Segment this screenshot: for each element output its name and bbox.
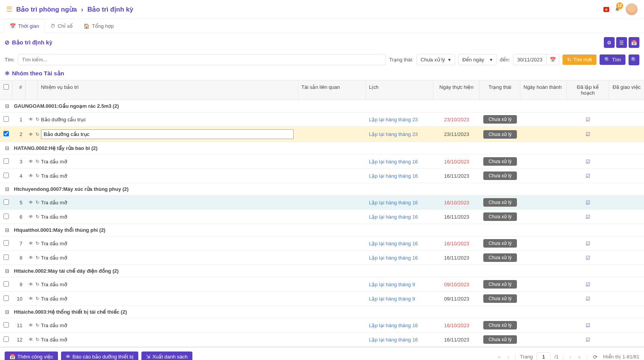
table-row[interactable]: 9👁↻Tra dầu mỡLặp lại hàng tháng 909/10/2… [0,277,644,292]
zoom-search-button[interactable]: 🔍 [629,54,639,65]
search-new-button[interactable]: ↻ Tìm mới [562,54,596,65]
row-checkbox[interactable] [3,322,9,328]
prev-page-icon[interactable]: ‹ [506,353,511,360]
table-row[interactable]: 11👁↻Tra dầu mỡLặp lại hàng tháng 1616/10… [0,318,644,333]
hamburger-icon[interactable]: ☰ [6,5,12,14]
row-checkbox[interactable] [3,116,9,122]
next-page-icon[interactable]: › [568,353,573,360]
eye-icon[interactable]: 👁 [29,214,33,219]
eye-icon[interactable]: 👁 [29,159,33,164]
group-row[interactable]: ⊟Httaiche.0002:Máy tái chế dây điện đồng… [0,265,644,277]
list-view-button[interactable]: ☰ [616,37,627,48]
status-button[interactable]: Chưa xử lý [483,280,517,289]
row-checkbox[interactable] [3,336,9,342]
table-row[interactable]: 7👁↻Tra dầu mỡLặp lại hàng tháng 1616/10/… [0,236,644,251]
table-row[interactable]: 6👁↻Tra dầu mỡLặp lại hàng tháng 1616/11/… [0,210,644,224]
schedule-link[interactable]: Lặp lại hàng tháng 16 [369,159,418,165]
collapse-icon[interactable]: ⊟ [3,186,11,192]
row-checkbox[interactable] [3,214,9,219]
table-row[interactable]: 12👁↻Tra dầu mỡLặp lại hàng tháng 1616/11… [0,333,644,347]
eye-icon[interactable]: 👁 [29,200,33,205]
search-input[interactable] [18,54,386,65]
eye-icon[interactable]: 👁 [29,132,33,137]
row-checkbox[interactable] [3,173,9,178]
status-button[interactable]: Chưa xử lý [483,172,517,180]
calendar-picker-icon[interactable]: 📅 [546,54,559,65]
status-button[interactable]: Chưa xử lý [483,294,517,303]
search-button[interactable]: 🔍 Tìm [600,54,625,65]
last-page-icon[interactable]: » [576,353,583,360]
eye-icon[interactable]: 👁 [29,173,33,178]
first-page-icon[interactable]: « [496,353,502,360]
group-row[interactable]: ⊟Htquatthoi.0001:Máy thổi thùng phi (2) [0,224,644,236]
table-row[interactable]: 1👁↻Bảo dưỡng cầu trụcLặp lại hàng tháng … [0,112,644,127]
row-checkbox[interactable] [3,131,9,136]
breadcrumb-parent[interactable]: Bảo trì phòng ngừa [16,6,77,13]
table-row[interactable]: 10👁↻Tra dầu mỡLặp lại hàng tháng 909/11/… [0,292,644,306]
to-date-input[interactable]: 30/11/2023 [513,54,547,65]
avatar[interactable] [625,3,638,15]
collapse-icon[interactable]: ⊟ [3,145,11,151]
status-button[interactable]: Chưa xử lý [483,212,517,221]
table-row[interactable]: 5👁↻Tra dầu mỡLặp lại hàng tháng 1616/10/… [0,195,644,210]
schedule-link[interactable]: Lặp lại hàng tháng 23 [369,117,418,122]
schedule-link[interactable]: Lặp lại hàng tháng 16 [369,337,418,343]
collapse-icon[interactable]: ⊟ [3,268,11,274]
group-row[interactable]: ⊟Htchuyendong.0007:Máy xúc rửa thùng phu… [0,183,644,195]
eye-icon[interactable]: 👁 [29,296,33,301]
status-button[interactable]: Chưa xử lý [483,198,517,207]
schedule-link[interactable]: Lặp lại hàng tháng 16 [369,214,418,220]
row-checkbox[interactable] [3,295,9,301]
group-row[interactable]: ⊟GAUNGOAM.0001:Gầu ngoạm rác 2.5m3 (2) [0,100,644,112]
group-view-button[interactable]: ⚙ [604,37,615,48]
export-button[interactable]: ⇲ Xuất danh sách [141,352,192,360]
row-checkbox[interactable] [3,255,9,260]
row-checkbox[interactable] [3,158,9,164]
page-input[interactable] [537,352,551,360]
status-button[interactable]: Chưa xử lý [483,157,517,166]
refresh-icon[interactable]: ⟳ [591,353,599,360]
status-button[interactable]: Chưa xử lý [483,239,517,248]
row-checkbox[interactable] [3,199,9,205]
schedule-link[interactable]: Lặp lại hàng tháng 9 [369,282,415,287]
row-checkbox[interactable] [3,281,9,287]
task-edit-input[interactable] [41,129,294,139]
select-all-checkbox[interactable] [3,84,9,90]
range-select[interactable]: Đến ngày ▾ [458,54,497,65]
schedule-link[interactable]: Lặp lại hàng tháng 23 [369,131,418,137]
schedule-link[interactable]: Lặp lại hàng tháng 16 [369,173,418,179]
add-job-button[interactable]: 📅 Thêm công việc [5,352,58,360]
flag-icon[interactable]: ★ [603,7,609,12]
status-select[interactable]: Chưa xử lý ▾ [416,54,455,65]
table-row[interactable]: 4👁↻Tra dầu mỡLặp lại hàng tháng 1616/11/… [0,169,644,183]
schedule-link[interactable]: Lặp lại hàng tháng 16 [369,200,418,205]
status-button[interactable]: Chưa xử lý [483,130,517,139]
eye-icon[interactable]: 👁 [29,282,33,287]
table-row[interactable]: 8👁↻Tra dầu mỡLặp lại hàng tháng 1616/11/… [0,251,644,265]
notification-bell-icon[interactable]: 12 [615,5,620,14]
eye-icon[interactable]: 👁 [29,323,33,328]
collapse-icon[interactable]: ⊟ [3,227,11,233]
group-row[interactable]: ⊟HATANG.0002:Hệ tẩy rửa bao bì (2) [0,142,644,155]
eye-icon[interactable]: 👁 [29,255,33,260]
calendar-view-button[interactable]: 📅 [629,37,639,48]
schedule-link[interactable]: Lặp lại hàng tháng 16 [369,255,418,261]
status-button[interactable]: Chưa xử lý [483,321,517,329]
schedule-link[interactable]: Lặp lại hàng tháng 16 [369,241,418,246]
status-button[interactable]: Chưa xử lý [483,253,517,262]
schedule-link[interactable]: Lặp lại hàng tháng 16 [369,323,418,328]
row-checkbox[interactable] [3,240,9,246]
status-button[interactable]: Chưa xử lý [483,335,517,344]
table-row[interactable]: 2👁↻Lặp lại hàng tháng 2323/11/2023Chưa x… [0,127,644,142]
tab-index[interactable]: ⏱ Chỉ số [45,19,78,33]
tab-summary[interactable]: 🏠 Tổng hợp [78,19,119,33]
table-row[interactable]: 3👁↻Tra dầu mỡLặp lại hàng tháng 1616/10/… [0,155,644,169]
collapse-icon[interactable]: ⊟ [3,309,11,315]
report-button[interactable]: 👁 Báo cáo bảo dưỡng thiết bị [61,352,139,360]
eye-icon[interactable]: 👁 [29,241,33,246]
eye-icon[interactable]: 👁 [29,117,33,122]
collapse-icon[interactable]: ⊟ [3,103,11,109]
tab-time[interactable]: 📅 Thời gian [4,19,45,33]
status-button[interactable]: Chưa xử lý [483,115,517,124]
eye-icon[interactable]: 👁 [29,337,33,342]
